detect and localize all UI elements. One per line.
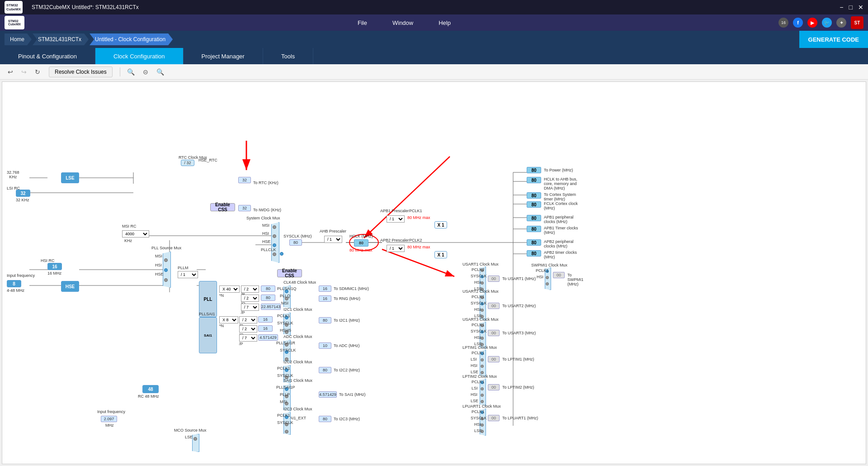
youtube-icon[interactable]: ▶: [807, 18, 817, 28]
tab-clock[interactable]: Clock Configuration: [95, 48, 183, 64]
pll-label: PLL: [204, 297, 212, 302]
pllsai1p-select[interactable]: / 7: [239, 334, 257, 342]
apb1-div-select[interactable]: / 1: [387, 215, 405, 223]
maximize-btn[interactable]: □: [849, 4, 853, 11]
out-apb1-periph-val: 80: [527, 215, 541, 221]
msi-sai1: MSI: [280, 399, 287, 404]
pllsai1n-label: *N: [219, 323, 224, 328]
undo-button[interactable]: ↩: [5, 67, 16, 77]
facebook-icon[interactable]: f: [793, 18, 803, 28]
usart3-val: 00: [488, 330, 500, 336]
to-iwdg-label: To IWDG (KHz): [253, 208, 281, 212]
breadcrumb-device[interactable]: STM32L431RCTx: [33, 33, 89, 45]
ahb-prescaler-select[interactable]: / 1/ 2: [324, 236, 342, 243]
pllm-select[interactable]: / 1/ 2: [178, 271, 198, 278]
out-apb2-periph-val: 80: [527, 239, 541, 246]
pllsai1n-select[interactable]: X 8: [219, 316, 238, 323]
swpmi1-val: 00: [553, 272, 565, 278]
menu-window[interactable]: Window: [389, 18, 417, 28]
pll-source-mux-label: PLL Source Mux: [151, 246, 181, 250]
close-btn[interactable]: ✕: [858, 4, 863, 11]
version-icon: 16: [778, 18, 788, 28]
pllsai1q-value: 16: [258, 325, 273, 332]
lpuart1-mux-label: LPUART1 Clock Mux: [462, 404, 501, 409]
lsi-l1: LSI: [471, 357, 477, 361]
sai1-label: To SAI1 (MHz): [339, 392, 366, 397]
pllsai1p-value: 4.571429: [258, 334, 278, 341]
hsi-u1: HSI: [474, 280, 481, 285]
tab-tools[interactable]: Tools: [263, 48, 313, 64]
resolve-clock-issues-button[interactable]: Resolve Clock Issues: [49, 67, 113, 77]
pclk1-max: 80 MHz max: [407, 215, 430, 220]
menu-file[interactable]: File: [354, 18, 371, 28]
x1-apb2: X 1: [434, 251, 447, 258]
sysclk-value: 80: [289, 239, 302, 246]
iwdg-value: 32: [238, 205, 251, 211]
breadcrumb-home[interactable]: Home: [5, 33, 32, 45]
out-apb1-timer-val: 80: [527, 226, 541, 232]
sai1-mux-label: SAI1 Clock Mux: [283, 378, 312, 383]
msi-mux-label: MSI: [155, 254, 162, 258]
rng-label: To RNG (MHz): [334, 296, 360, 301]
st-icon[interactable]: ST: [851, 16, 863, 29]
pllr-select[interactable]: / 2/ 4: [241, 285, 259, 293]
fit-button[interactable]: ⊝: [140, 67, 151, 77]
tab-project[interactable]: Project Manager: [184, 48, 263, 64]
out-cortex-label: To Cortex System timer (MHz): [544, 192, 581, 201]
i2c2-label: To I2C2 (MHz): [334, 368, 360, 372]
lse-label: LSE: [66, 176, 74, 181]
sdmmc-label: To SDMMC1 (MHz): [334, 286, 369, 291]
hsi-l2: HSI: [471, 392, 477, 397]
div32-block: / 32: [181, 160, 194, 166]
sysclk-u3: SYSCLK: [471, 329, 487, 333]
pllsai1r-select[interactable]: / 2: [239, 316, 257, 323]
tab-pinout[interactable]: Pinout & Configuration: [0, 48, 95, 64]
sdmmc-val: 16: [319, 285, 331, 292]
tab-bar: Pinout & Configuration Clock Configurati…: [0, 48, 868, 64]
title-bar: STM32CubeMX STM32CubeMX Untitled*: STM32…: [0, 0, 868, 14]
diagram-area[interactable]: 32.768 KHz LSE LSI RC 32 32 KHz MSI RC 4…: [2, 81, 866, 464]
pllp-select[interactable]: / 7: [241, 304, 259, 311]
hsi-l1: HSI: [471, 363, 477, 368]
pll-select-indicator: [280, 252, 283, 256]
window-title: STM32CubeMX Untitled*: STM32L431RCTx: [32, 4, 139, 10]
apb2-div-select[interactable]: / 1: [387, 245, 405, 252]
hsi-value: 16: [47, 263, 62, 270]
pllq-value: 80: [261, 295, 275, 301]
lptim1-out-label: To LPTIM1 (MHz): [502, 357, 534, 361]
zoom-out-button[interactable]: 🔍: [153, 67, 167, 77]
breadcrumb-config[interactable]: Untitled - Clock Configuration: [90, 33, 173, 45]
minimize-btn[interactable]: −: [840, 4, 843, 11]
msi-select[interactable]: 4000 2000 1000: [122, 230, 149, 238]
plln-select[interactable]: X 40X 8: [219, 285, 240, 293]
pllsai1q-select[interactable]: / 2: [239, 325, 257, 333]
x1-apb1: X 1: [434, 221, 447, 228]
pllq-select[interactable]: / 2: [241, 295, 259, 302]
hse-sys-label: HSE: [262, 239, 271, 244]
msi-rc-label: MSI RC: [122, 224, 137, 228]
menu-help[interactable]: Help: [435, 18, 454, 28]
twitter-icon[interactable]: 🐦: [822, 18, 832, 28]
out-apb2-periph-label: APB2 peripheral clocks (MHz): [544, 239, 581, 248]
out-apb2-timer-val: 80: [527, 250, 541, 257]
pclk1-u2: PCLK1: [472, 295, 485, 299]
zoom-in-button[interactable]: 🔍: [124, 67, 138, 77]
out-hclk-ahb-label: HCLK to AHB bus, core, memory and DMA (M…: [544, 177, 581, 190]
pclk1-lu1: PCLK1: [472, 409, 485, 414]
pllp-value: 22.857143: [261, 304, 281, 310]
redo-button[interactable]: ↪: [18, 67, 30, 77]
hsi-u3: HSI: [474, 335, 481, 340]
out-fclk-label: FCLK Cortex clock (MHz): [544, 201, 581, 210]
usart2-out-label: To USART2 (MHz): [502, 304, 536, 308]
generate-code-button[interactable]: GENERATE CODE: [799, 31, 868, 48]
enable-css-rtc[interactable]: Enable CSS: [210, 203, 235, 211]
clk48-mux-label: CLK48 Clock Mux: [283, 280, 316, 285]
out-power-val: 80: [527, 167, 541, 173]
sysclk-u1: SYSCLK: [471, 274, 487, 278]
system-clock-mux: [271, 222, 279, 263]
enable-css-pll[interactable]: Enable CSS: [277, 269, 302, 277]
refresh-button[interactable]: ↻: [32, 67, 43, 77]
menu-right: 16 f ▶ 🐦 ✦ ST: [778, 16, 863, 29]
star-icon[interactable]: ✦: [836, 18, 846, 28]
sysclk-i2c3: SYSCLK: [277, 420, 293, 425]
